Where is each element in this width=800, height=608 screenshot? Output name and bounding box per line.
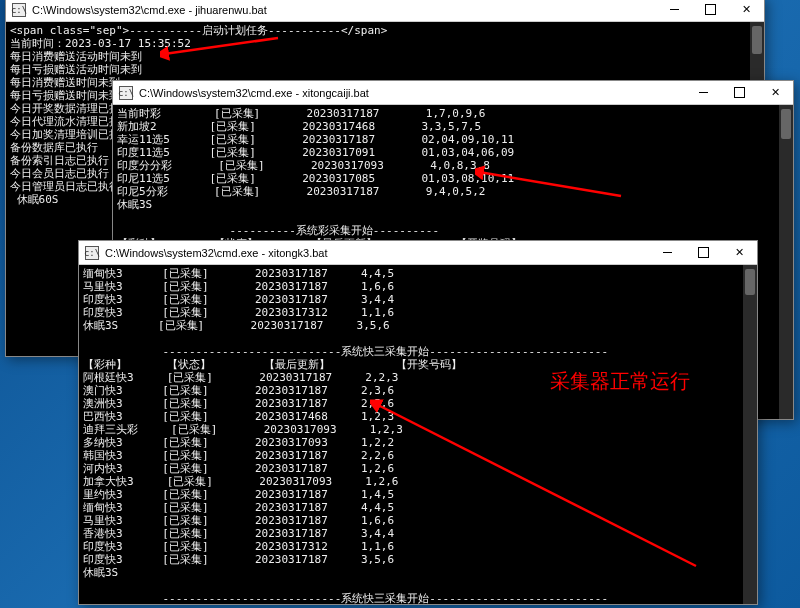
maximize-button[interactable] [692,0,728,21]
scrollbar[interactable] [779,105,793,419]
maximize-button[interactable] [721,81,757,104]
titlebar[interactable]: c:\ C:\Windows\system32\cmd.exe - xitong… [79,241,757,265]
cmd-icon: c:\ [119,86,133,100]
titlebar[interactable]: c:\ C:\Windows\system32\cmd.exe - xitong… [113,81,793,105]
close-button[interactable] [757,81,793,104]
minimize-button[interactable] [649,241,685,264]
annotation-label: 采集器正常运行 [550,368,690,395]
titlebar[interactable]: c:\ C:\Windows\system32\cmd.exe - jihuar… [6,0,764,22]
window-title: C:\Windows\system32\cmd.exe - xitongcaij… [139,87,685,99]
cmd-icon: c:\ [12,3,26,17]
minimize-button[interactable] [685,81,721,104]
scrollbar[interactable] [743,265,757,604]
console-output[interactable]: 缅甸快3 [已采集] 20230317187 4,4,5 马里快3 [已采集] … [79,265,757,604]
minimize-button[interactable] [656,0,692,21]
close-button[interactable] [728,0,764,21]
cmd-window-xitongk3[interactable]: c:\ C:\Windows\system32\cmd.exe - xitong… [78,240,758,605]
window-title: C:\Windows\system32\cmd.exe - jihuarenwu… [32,4,656,16]
cmd-icon: c:\ [85,246,99,260]
window-title: C:\Windows\system32\cmd.exe - xitongk3.b… [105,247,649,259]
maximize-button[interactable] [685,241,721,264]
close-button[interactable] [721,241,757,264]
